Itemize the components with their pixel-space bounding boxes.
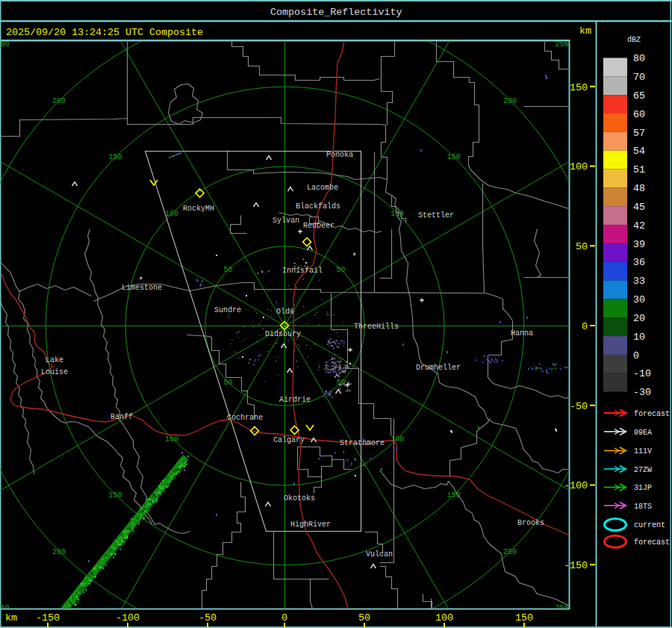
- svg-text:70: 70: [633, 72, 645, 83]
- svg-text:111V: 111V: [634, 447, 652, 456]
- svg-text:80: 80: [633, 53, 645, 64]
- svg-text:50: 50: [224, 379, 233, 387]
- svg-text:Drumheller: Drumheller: [416, 364, 461, 372]
- svg-text:50: 50: [337, 266, 346, 274]
- svg-text:Airdrie: Airdrie: [279, 396, 311, 404]
- svg-text:150: 150: [447, 153, 461, 161]
- svg-text:HighRiver: HighRiver: [290, 520, 331, 529]
- svg-text:100: 100: [165, 210, 178, 218]
- svg-text:-50: -50: [199, 612, 217, 624]
- svg-text:42: 42: [633, 220, 645, 231]
- svg-text:50: 50: [576, 241, 588, 252]
- svg-text:-150: -150: [564, 560, 588, 571]
- svg-text:RedDeer: RedDeer: [303, 222, 335, 230]
- svg-text:09EA: 09EA: [634, 429, 652, 437]
- svg-text:Strathmore: Strathmore: [340, 439, 385, 447]
- svg-text:Louise: Louise: [41, 368, 68, 376]
- svg-text:36: 36: [633, 257, 645, 268]
- svg-text:km: km: [5, 612, 17, 624]
- svg-text:Ponoka: Ponoka: [326, 151, 353, 159]
- svg-text:Blackfalds: Blackfalds: [296, 202, 340, 211]
- svg-text:km: km: [579, 25, 591, 37]
- svg-text:100: 100: [391, 210, 404, 218]
- svg-text:-30: -30: [633, 387, 651, 398]
- svg-text:150: 150: [109, 153, 122, 161]
- svg-text:Lacombe: Lacombe: [307, 184, 338, 192]
- svg-text:0: 0: [281, 612, 287, 624]
- svg-text:150: 150: [570, 82, 588, 93]
- svg-text:*: *: [352, 252, 357, 262]
- svg-text:0: 0: [582, 321, 588, 332]
- svg-text:33: 33: [633, 276, 645, 287]
- svg-text:50: 50: [358, 612, 370, 624]
- svg-text:Composite_Reflectivity: Composite_Reflectivity: [270, 7, 402, 18]
- svg-text:48: 48: [633, 183, 645, 194]
- svg-text:57: 57: [633, 128, 645, 139]
- svg-text:Innisfail: Innisfail: [282, 267, 323, 275]
- svg-text:200: 200: [503, 97, 517, 105]
- svg-text:Banff: Banff: [111, 413, 133, 421]
- svg-text:dBZ: dBZ: [627, 36, 641, 44]
- svg-text:current: current: [634, 521, 665, 529]
- svg-text:39: 39: [633, 239, 645, 250]
- svg-text:31JP: 31JP: [634, 484, 652, 492]
- svg-text:30: 30: [633, 294, 645, 305]
- svg-text:200: 200: [503, 548, 517, 556]
- svg-text:RockyMH: RockyMH: [183, 205, 214, 213]
- svg-text:51: 51: [633, 164, 645, 175]
- svg-text:-50: -50: [570, 401, 588, 412]
- svg-text:100: 100: [165, 435, 178, 444]
- svg-text:20: 20: [633, 313, 645, 324]
- svg-text:Calgary: Calgary: [273, 436, 305, 444]
- svg-text:50: 50: [224, 266, 233, 274]
- svg-text:Cochrane: Cochrane: [227, 414, 263, 422]
- svg-text:54: 54: [633, 146, 645, 157]
- svg-text:Didsbury: Didsbury: [265, 330, 301, 338]
- svg-text:Okotoks: Okotoks: [284, 494, 315, 503]
- svg-text:Sylvan: Sylvan: [273, 217, 299, 225]
- svg-text:ThreeHills: ThreeHills: [354, 323, 399, 331]
- svg-text:65: 65: [633, 90, 645, 102]
- svg-text:60: 60: [633, 109, 645, 120]
- svg-text:100: 100: [570, 161, 588, 172]
- svg-text:200: 200: [52, 97, 66, 105]
- svg-text:Stettler: Stettler: [418, 211, 454, 220]
- svg-text:Brooks: Brooks: [517, 519, 544, 527]
- svg-text:200: 200: [52, 548, 66, 556]
- svg-text:-100: -100: [564, 480, 588, 491]
- svg-text:45: 45: [633, 202, 645, 213]
- svg-text:forecast: forecast: [634, 410, 670, 418]
- svg-text:-100: -100: [116, 612, 140, 624]
- svg-text:forecast: forecast: [634, 538, 670, 547]
- svg-text:Lake: Lake: [46, 356, 63, 364]
- svg-text:100: 100: [435, 612, 453, 624]
- svg-text:150: 150: [109, 491, 122, 500]
- svg-text:Hanna: Hanna: [511, 329, 533, 338]
- svg-text:250: 250: [0, 40, 10, 49]
- svg-text:0: 0: [633, 350, 639, 361]
- svg-text:-150: -150: [36, 612, 60, 624]
- svg-text:-10: -10: [633, 368, 651, 379]
- svg-text:Vulcan: Vulcan: [366, 550, 393, 559]
- svg-text:18TS: 18TS: [634, 503, 652, 511]
- svg-text:2025/09/20 13:24:25 UTC Compos: 2025/09/20 13:24:25 UTC Composite: [6, 27, 203, 38]
- svg-text:150: 150: [515, 612, 533, 624]
- svg-text:Sundre: Sundre: [214, 306, 241, 314]
- svg-text:27ZW: 27ZW: [634, 466, 652, 474]
- svg-text:250: 250: [556, 40, 569, 49]
- svg-text:10: 10: [633, 332, 645, 343]
- svg-text:*: *: [138, 276, 143, 286]
- svg-text:100: 100: [391, 435, 404, 444]
- svg-text:Olds: Olds: [276, 308, 294, 316]
